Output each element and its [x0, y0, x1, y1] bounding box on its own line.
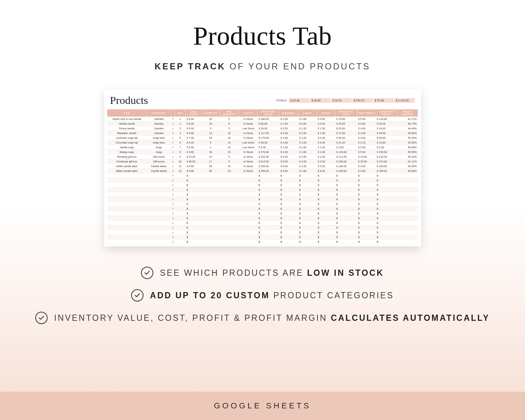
cell[interactable]: [397, 202, 418, 206]
cell[interactable]: $: [279, 211, 298, 216]
cell[interactable]: [219, 239, 239, 244]
cell[interactable]: $: [298, 221, 316, 225]
cell[interactable]: [202, 206, 219, 211]
cell[interactable]: $: [316, 183, 335, 187]
cell[interactable]: 5.00: [186, 164, 202, 169]
table-row[interactable]: ▾$$$$$$$$: [107, 216, 418, 221]
cell[interactable]: 2.00: [298, 131, 316, 136]
cell[interactable]: 15: [219, 145, 239, 150]
cell[interactable]: [107, 183, 147, 187]
cell[interactable]: 15: [219, 164, 239, 169]
cell[interactable]: $: [335, 239, 357, 244]
cell[interactable]: [147, 197, 171, 202]
cell[interactable]: [202, 216, 219, 221]
cell[interactable]: [239, 197, 258, 202]
cell[interactable]: $: [258, 178, 279, 183]
cell[interactable]: 3.80: [357, 136, 376, 140]
cell[interactable]: 250.00: [258, 169, 279, 173]
cell[interactable]: 5: [175, 136, 186, 140]
cell[interactable]: [175, 225, 186, 230]
cell[interactable]: 25.00: [335, 121, 357, 126]
cell[interactable]: $: [279, 183, 298, 187]
cell[interactable]: [219, 206, 239, 211]
cell[interactable]: [219, 173, 239, 178]
cell[interactable]: $: [357, 211, 376, 216]
cell[interactable]: 61.11%: [397, 117, 418, 121]
cell[interactable]: $: [258, 173, 279, 178]
table-row[interactable]: Black candle labelCandle labels▾125.0050…: [107, 169, 418, 173]
table-row[interactable]: Lavender soap barSoap bars▾57.002510In S…: [107, 136, 418, 140]
table-row[interactable]: ▾$$$$$$$$: [107, 221, 418, 225]
cell[interactable]: [175, 221, 186, 225]
cell[interactable]: $: [258, 216, 279, 221]
cell[interactable]: [175, 187, 186, 192]
cell[interactable]: 10: [219, 140, 239, 145]
cell[interactable]: [397, 206, 418, 211]
cell[interactable]: 16.80: [376, 140, 397, 145]
cell[interactable]: ▾: [171, 150, 175, 154]
cell[interactable]: ▾: [171, 211, 175, 216]
cell[interactable]: 54.29%: [397, 136, 418, 140]
cell[interactable]: 1.00: [298, 136, 316, 140]
cell[interactable]: [239, 202, 258, 206]
cell[interactable]: $: [357, 230, 376, 235]
cell[interactable]: [397, 235, 418, 239]
cell[interactable]: 55.00: [376, 121, 397, 126]
cell[interactable]: [202, 178, 219, 183]
cell[interactable]: [147, 206, 171, 211]
cell[interactable]: $: [279, 197, 298, 202]
cell[interactable]: [219, 178, 239, 183]
cell[interactable]: [239, 216, 258, 221]
cell[interactable]: ▾: [171, 117, 175, 121]
cell[interactable]: $: [186, 187, 202, 192]
cell[interactable]: [107, 197, 147, 202]
cell[interactable]: In Stock: [239, 150, 258, 154]
cell[interactable]: 5: [219, 154, 239, 159]
cell[interactable]: [397, 183, 418, 187]
cell[interactable]: 38.89%: [397, 131, 418, 136]
cell[interactable]: $: [376, 183, 397, 187]
cell[interactable]: $: [357, 183, 376, 187]
cell[interactable]: $: [376, 235, 397, 239]
cell[interactable]: ▾: [171, 121, 175, 126]
cell[interactable]: 65.22%: [397, 154, 418, 159]
cell[interactable]: [147, 202, 171, 206]
cell[interactable]: $: [279, 206, 298, 211]
cell[interactable]: 4: [175, 131, 186, 136]
cell[interactable]: 1.50: [316, 126, 335, 131]
cell[interactable]: 3.00: [357, 169, 376, 173]
cell[interactable]: $: [376, 178, 397, 183]
cell[interactable]: 4.00: [298, 159, 316, 164]
cell[interactable]: [202, 225, 219, 230]
cell[interactable]: $: [335, 202, 357, 206]
cell[interactable]: $: [298, 192, 316, 197]
cell[interactable]: ▾: [171, 131, 175, 136]
cell[interactable]: ▾: [171, 126, 175, 131]
cell[interactable]: 22.00: [357, 159, 376, 164]
cell[interactable]: [202, 211, 219, 216]
cell[interactable]: [107, 202, 147, 206]
cell[interactable]: [397, 187, 418, 192]
cell[interactable]: [147, 216, 171, 221]
cell[interactable]: $: [316, 178, 335, 183]
cell[interactable]: 16.00: [376, 126, 397, 131]
cell[interactable]: [219, 216, 239, 221]
cell[interactable]: $: [316, 225, 335, 230]
cell[interactable]: ▾: [171, 164, 175, 169]
cell[interactable]: [175, 230, 186, 235]
cell[interactable]: [202, 202, 219, 206]
cell[interactable]: $: [335, 211, 357, 216]
cell[interactable]: $: [279, 230, 298, 235]
table-row[interactable]: ▾$$$$$$$$: [107, 183, 418, 187]
cell[interactable]: [147, 211, 171, 216]
cell[interactable]: $: [357, 225, 376, 230]
cell[interactable]: ▾: [171, 140, 175, 145]
cell[interactable]: $: [357, 173, 376, 178]
cell[interactable]: $: [376, 202, 397, 206]
cell[interactable]: [239, 225, 258, 230]
cell[interactable]: 10: [219, 136, 239, 140]
cell[interactable]: [239, 206, 258, 211]
cell[interactable]: [239, 230, 258, 235]
cell[interactable]: $: [258, 235, 279, 239]
cell[interactable]: [107, 173, 147, 178]
